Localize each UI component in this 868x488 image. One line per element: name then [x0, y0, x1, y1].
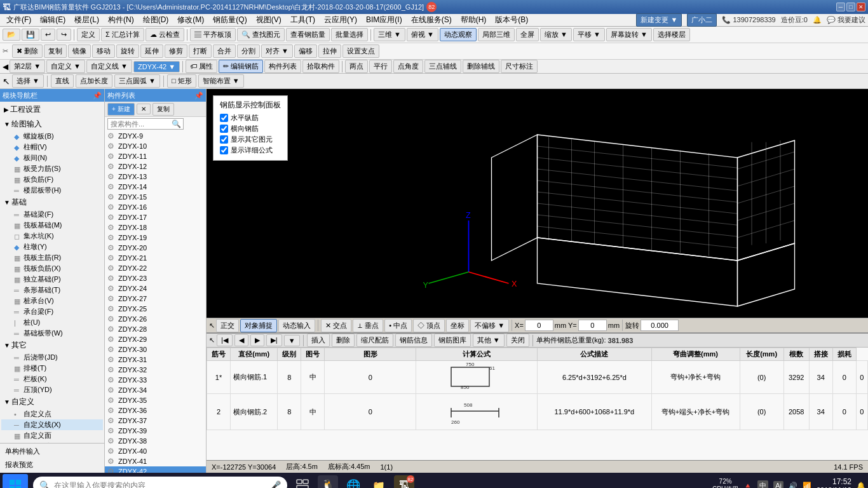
tree-coping[interactable]: ═ 压顶(YD)	[1, 384, 103, 395]
rebar-insert-btn[interactable]: 插入	[307, 334, 330, 347]
fullscreen-button[interactable]: 全屏	[516, 28, 539, 41]
find-element-button[interactable]: 🔍 查找图元	[237, 28, 285, 41]
list-item[interactable]: ⚙ZDYX-26	[105, 314, 206, 324]
y-input[interactable]	[578, 320, 607, 331]
list-item[interactable]: ⚙ZDYX-36	[105, 405, 206, 416]
list-item[interactable]: ⚙ZDYX-10	[105, 141, 206, 151]
tree-pile[interactable]: | 桩(U)	[1, 317, 103, 328]
x-input[interactable]	[525, 320, 553, 331]
zoom-button[interactable]: 缩放 ▼	[540, 28, 572, 41]
set-pivot-button[interactable]: 设置支点	[342, 44, 379, 58]
dim-btn[interactable]: 尺寸标注	[501, 60, 538, 73]
project-settings-item[interactable]: ▶ 工程设置	[1, 103, 103, 116]
single-input-btn[interactable]: 单构件输入	[3, 445, 102, 458]
select-floor-button[interactable]: 选择楼层	[653, 28, 690, 41]
menu-help[interactable]: 帮助(H)	[457, 13, 491, 27]
dynamic-observe-button[interactable]: 动态观察	[440, 28, 477, 41]
tree-post-cast[interactable]: ═ 后浇带(JD)	[1, 352, 103, 363]
maximize-button[interactable]: □	[846, 3, 855, 11]
checkbox-show-elements[interactable]: 显示其它图元	[220, 135, 281, 144]
tree-foundation-beam[interactable]: ═ 基础梁(F)	[1, 209, 103, 220]
user-assistant[interactable]: 广小二	[687, 13, 717, 27]
view-rebar-button[interactable]: 查看钢筋量	[286, 28, 330, 41]
tree-strip[interactable]: ═ 条形基础(T)	[1, 285, 103, 295]
list-item[interactable]: ⚙ZDYX-34	[105, 385, 206, 395]
rebar-first-btn[interactable]: |◀	[217, 334, 233, 346]
menu-component[interactable]: 构件(N)	[104, 13, 138, 27]
list-item[interactable]: ⚙ZDYX-12	[105, 161, 206, 172]
top-view-button[interactable]: 俯视 ▼	[407, 28, 438, 41]
aux-line-btn[interactable]: 三点辅线	[424, 60, 461, 73]
move-button[interactable]: 移动	[92, 44, 115, 58]
list-item[interactable]: ⚙ZDYX-13	[105, 172, 206, 182]
taskbar-search-input[interactable]	[54, 481, 266, 488]
break-button[interactable]: 打断	[189, 44, 212, 58]
tree-raft-neg[interactable]: ▦ 筏板负筋(X)	[1, 263, 103, 274]
parallel-btn[interactable]: 平行	[369, 60, 392, 73]
menu-bim[interactable]: BIM应用(I)	[362, 13, 406, 27]
list-item[interactable]: ⚙ZDYX-28	[105, 324, 206, 334]
list-item[interactable]: ⚙ZDYX-20	[105, 243, 206, 253]
checkbox-transverse-rebar[interactable]: 横向钢筋	[220, 124, 281, 133]
checkbox-horizontal-rebar[interactable]: 水平纵筋	[220, 113, 281, 123]
save-button[interactable]: 💾	[22, 29, 39, 41]
network-icon[interactable]: 📶	[803, 482, 811, 489]
dynamic-input-btn[interactable]: 动态输入	[278, 319, 315, 332]
tree-helix-board[interactable]: ◆ 螺旋板(B)	[1, 131, 103, 142]
list-item-selected[interactable]: ⚙ZDYX-42	[105, 466, 206, 473]
list-item[interactable]: ⚙ZDYX-33	[105, 375, 206, 385]
trim-button[interactable]: 修剪	[165, 44, 187, 58]
component-list-btn[interactable]: 构件列表	[264, 60, 301, 73]
tree-board-gap[interactable]: ◆ 板间(N)	[1, 152, 103, 163]
arc-btn[interactable]: 三点圆弧 ▼	[114, 74, 160, 88]
rebar-other-btn[interactable]: 其他 ▼	[473, 334, 505, 347]
list-item[interactable]: ⚙ZDYX-25	[105, 304, 206, 314]
cloud-check-button[interactable]: ☁ 云检查	[146, 28, 184, 41]
list-item[interactable]: ⚙ZDYX-22	[105, 263, 206, 273]
split-button[interactable]: 分割	[237, 44, 260, 58]
batch-select-button[interactable]: 批量选择	[331, 28, 368, 41]
midpoint-btn[interactable]: • 中点	[384, 319, 412, 332]
menu-view[interactable]: 视图(V)	[252, 13, 285, 27]
snap-object-btn[interactable]: 对象捕捉	[240, 319, 277, 332]
tree-custom-face[interactable]: ▦ 自定义面	[1, 430, 103, 441]
list-item[interactable]: ⚙ZDYX-17	[105, 212, 206, 222]
extend-button[interactable]: 延伸	[140, 44, 163, 58]
nav-prev[interactable]: ◀	[3, 62, 8, 71]
app-icon-4[interactable]: 🏗 82	[394, 475, 414, 488]
menu-online[interactable]: 在线服务(S)	[407, 13, 456, 27]
tree-board-neg[interactable]: ▦ 板负筋(F)	[1, 174, 103, 185]
list-item[interactable]: ⚙ZDYX-29	[105, 334, 206, 344]
intersection-btn[interactable]: ✕ 交点	[321, 319, 351, 332]
search-icon[interactable]: 🔍	[172, 119, 181, 128]
orthogonal-btn[interactable]: 正交	[216, 319, 239, 332]
list-item[interactable]: ⚙ZDYX-21	[105, 253, 206, 263]
table-row[interactable]: 1* 横向钢筋.1 8 中 0 750 61 850	[207, 361, 868, 394]
new-change-btn[interactable]: 新建变更 ▼	[636, 13, 682, 27]
stretch-button[interactable]: 拉伸	[318, 44, 341, 58]
close-button[interactable]: ✕	[857, 3, 865, 11]
coord-btn[interactable]: 坐标	[446, 319, 469, 332]
tree-floor-belt[interactable]: ═ 楼层板带(H)	[1, 185, 103, 196]
new-component-btn[interactable]: + 新建	[107, 103, 135, 116]
calc-summary-button[interactable]: Σ 汇总计算	[101, 28, 144, 41]
rebar-table-wrapper[interactable]: 筋号 直径(mm) 级别 图号 图形 计算公式 公式描述 弯曲调整(mm) 长度…	[207, 348, 868, 460]
def-line-selector[interactable]: 自定义线 ▼	[86, 60, 132, 73]
nav-pin-icon[interactable]: 📌	[93, 92, 102, 100]
tree-isolated[interactable]: ▦ 独立基础(P)	[1, 274, 103, 285]
tree-railing[interactable]: ▦ 排楼(T)	[1, 363, 103, 374]
menu-edit[interactable]: 编辑(E)	[36, 13, 69, 27]
pan-button[interactable]: 平移 ▼	[573, 28, 605, 41]
taskview-icon[interactable]	[292, 475, 313, 488]
list-item[interactable]: ⚙ZDYX-39	[105, 426, 206, 436]
pick-component-btn[interactable]: 拾取构件	[302, 60, 339, 73]
menu-rebar-qty[interactable]: 钢筋量(Q)	[209, 13, 250, 27]
smart-layout-btn[interactable]: 智能布置 ▼	[198, 74, 244, 88]
rebar-close-btn[interactable]: 关闭	[506, 334, 529, 347]
scale-rebar-btn[interactable]: 缩尺配筋	[356, 334, 393, 347]
list-item[interactable]: ⚙ZDYX-9	[105, 131, 206, 141]
menu-cloud[interactable]: 云应用(Y)	[320, 13, 361, 27]
line-btn[interactable]: 直线	[51, 74, 74, 88]
list-item[interactable]: ⚙ZDYX-40	[105, 446, 206, 456]
two-point-btn[interactable]: 两点	[345, 60, 368, 73]
